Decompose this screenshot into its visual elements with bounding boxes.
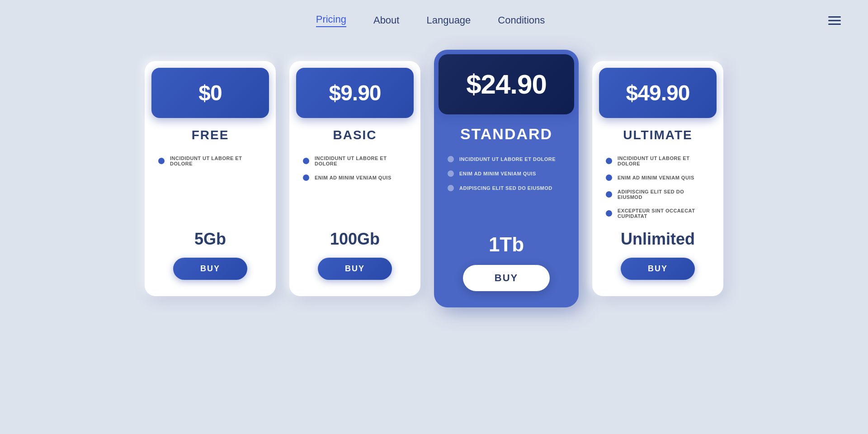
feature-dot-icon: [448, 170, 454, 177]
list-item: EXCEPTEUR SINT OCCAECAT CUPIDATAT: [606, 204, 710, 223]
plan-name-standard: STANDARD: [460, 125, 552, 143]
nav-pricing[interactable]: Pricing: [316, 14, 346, 27]
feature-dot-icon: [606, 175, 612, 181]
feature-dot-icon: [158, 158, 165, 164]
buy-button-standard[interactable]: BUY: [463, 265, 550, 291]
plan-card-free: $0FREEINCIDIDUNT UT LABORE ET DOLORE5GbB…: [145, 61, 276, 296]
list-item: INCIDIDUNT UT LABORE ET DOLORE: [303, 151, 407, 170]
feature-dot-icon: [448, 156, 454, 162]
nav-conditions[interactable]: Conditions: [498, 14, 545, 26]
features-list-ultimate: INCIDIDUNT UT LABORE ET DOLOREENIM AD MI…: [592, 147, 723, 229]
storage-ultimate: Unlimited: [621, 230, 695, 249]
storage-free: 5Gb: [194, 230, 226, 249]
price-standard: $24.90: [466, 69, 547, 99]
feature-dot-icon: [303, 175, 309, 181]
feature-dot-icon: [606, 191, 612, 198]
feature-dot-icon: [606, 210, 612, 217]
list-item: ADIPISCING ELIT SED DO EIUSMOD: [448, 181, 565, 195]
plan-name-basic: BASIC: [333, 128, 377, 142]
buy-button-ultimate[interactable]: BUY: [621, 258, 695, 280]
features-list-standard: INCIDIDUNT UT LABORE ET DOLOREENIM AD MI…: [434, 147, 579, 217]
price-box-free: $0: [151, 68, 269, 118]
list-item: ENIM AD MINIM VENIAM QUIS: [448, 166, 565, 181]
list-item: INCIDIDUNT UT LABORE ET DOLORE: [606, 151, 710, 170]
price-basic: $9.90: [329, 81, 381, 105]
nav-links: Pricing About Language Conditions: [316, 14, 545, 27]
navbar: Pricing About Language Conditions: [0, 0, 868, 41]
features-list-free: INCIDIDUNT UT LABORE ET DOLORE: [145, 147, 276, 203]
plan-card-standard: $24.90STANDARDINCIDIDUNT UT LABORE ET DO…: [434, 50, 579, 307]
feature-text: INCIDIDUNT UT LABORE ET DOLORE: [170, 156, 262, 166]
feature-text: ADIPISCING ELIT SED DO EIUSMOD: [618, 189, 710, 200]
feature-dot-icon: [448, 185, 454, 191]
feature-text: INCIDIDUNT UT LABORE ET DOLORE: [618, 156, 710, 166]
hamburger-line-1: [828, 16, 841, 18]
price-ultimate: $49.90: [626, 81, 690, 105]
feature-dot-icon: [606, 158, 612, 164]
nav-about[interactable]: About: [373, 14, 400, 26]
hamburger-menu[interactable]: [828, 16, 841, 25]
plan-card-basic: $9.90BASICINCIDIDUNT UT LABORE ET DOLORE…: [289, 61, 420, 296]
pricing-section: $0FREEINCIDIDUNT UT LABORE ET DOLORE5GbB…: [0, 41, 868, 316]
plan-name-ultimate: ULTIMATE: [623, 128, 692, 142]
plan-name-free: FREE: [192, 128, 229, 142]
storage-basic: 100Gb: [330, 230, 380, 249]
list-item: ADIPISCING ELIT SED DO EIUSMOD: [606, 185, 710, 204]
nav-right: [828, 16, 841, 25]
price-free: $0: [198, 81, 222, 105]
features-list-basic: INCIDIDUNT UT LABORE ET DOLOREENIM AD MI…: [289, 147, 420, 210]
list-item: INCIDIDUNT UT LABORE ET DOLORE: [448, 152, 565, 166]
nav-language[interactable]: Language: [426, 14, 471, 26]
feature-dot-icon: [303, 158, 309, 164]
hamburger-line-3: [828, 24, 841, 25]
price-box-ultimate: $49.90: [599, 68, 717, 118]
feature-text: EXCEPTEUR SINT OCCAECAT CUPIDATAT: [618, 208, 710, 219]
feature-text: INCIDIDUNT UT LABORE ET DOLORE: [315, 156, 407, 166]
storage-standard: 1Tb: [489, 233, 524, 256]
feature-text: ENIM AD MINIM VENIAM QUIS: [618, 175, 694, 180]
buy-button-basic[interactable]: BUY: [318, 258, 392, 280]
hamburger-line-2: [828, 20, 841, 21]
feature-text: ADIPISCING ELIT SED DO EIUSMOD: [459, 185, 552, 191]
feature-text: INCIDIDUNT UT LABORE ET DOLORE: [459, 156, 556, 162]
list-item: INCIDIDUNT UT LABORE ET DOLORE: [158, 151, 262, 170]
buy-button-free[interactable]: BUY: [173, 258, 247, 280]
price-box-basic: $9.90: [296, 68, 414, 118]
feature-text: ENIM AD MINIM VENIAM QUIS: [315, 175, 392, 180]
plan-card-ultimate: $49.90ULTIMATEINCIDIDUNT UT LABORE ET DO…: [592, 61, 723, 296]
list-item: ENIM AD MINIM VENIAM QUIS: [303, 170, 407, 185]
price-box-standard: $24.90: [439, 54, 574, 114]
list-item: ENIM AD MINIM VENIAM QUIS: [606, 170, 710, 185]
feature-text: ENIM AD MINIM VENIAM QUIS: [459, 171, 536, 176]
